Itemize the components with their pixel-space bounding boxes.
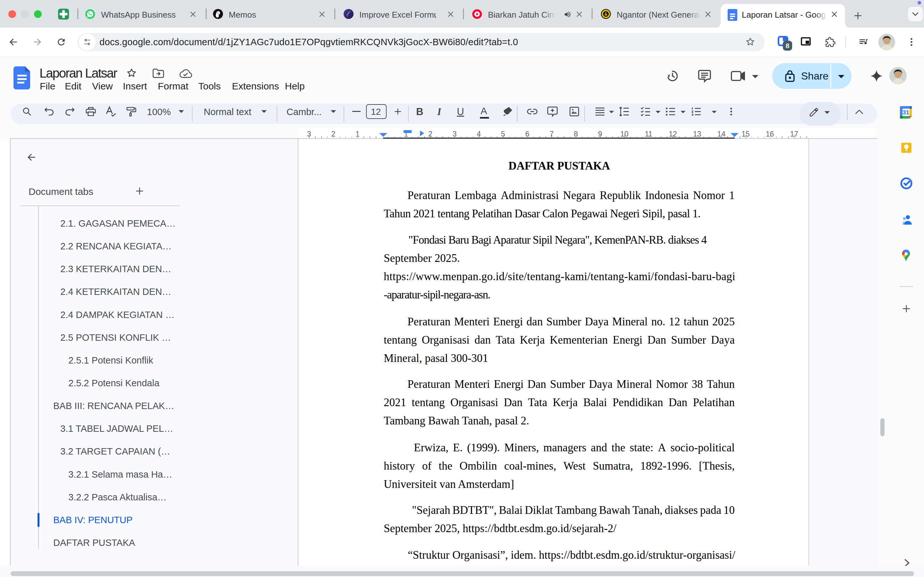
svg-text:31: 31 [903, 109, 909, 116]
